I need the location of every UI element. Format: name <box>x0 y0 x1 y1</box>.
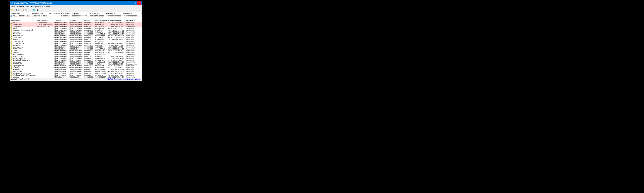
save-icon[interactable]: 💾 <box>14 8 17 12</box>
toolbar: 📁 💾 🔄 📋 🔍 📄 🌐 ⚙ <box>10 8 142 12</box>
driver-file-icon <box>10 29 12 31</box>
driver-file-icon <box>10 42 12 44</box>
props-icon[interactable]: 📋 <box>21 8 24 12</box>
find-icon[interactable]: 🔍 <box>25 8 28 12</box>
minimize-button[interactable]: ─ <box>129 1 133 5</box>
menu-настройки[interactable]: Настройки <box>31 5 40 7</box>
driver-file-icon <box>10 65 12 67</box>
col-header[interactable]: Строка времени <box>108 19 125 22</box>
driver-file-icon <box>10 23 12 25</box>
driver-row[interactable]: ksecdd.sysffff802'6e4d0000ffff802'6e6f80… <box>10 33 142 35</box>
html-icon[interactable]: 🌐 <box>32 8 35 12</box>
driver-file-icon <box>10 48 12 50</box>
driver-file-icon <box>10 37 12 39</box>
driver-file-icon <box>10 50 12 52</box>
options-icon[interactable]: ⚙ <box>36 8 39 12</box>
driver-row[interactable]: WDFLDR.SYSffff802'6e5d0000ffff802'6e5e30… <box>10 55 142 57</box>
driver-row[interactable]: WindowsTrustedRT.sysffff802'6ec10000ffff… <box>10 72 142 74</box>
driver-row[interactable]: SleepStudyHelper.sysffff802'6e59000ffff8… <box>10 59 142 61</box>
col-header[interactable]: Размер <box>83 19 94 22</box>
col-header[interactable]: Файл дампа <box>10 12 31 15</box>
col-header[interactable]: Адрес в стеке <box>36 19 53 22</box>
driver-row[interactable]: WMILIB.SYSffff802'6e9c0000ffff802'6eec40… <box>10 69 142 70</box>
driver-row[interactable]: WindowsTrustedRTProxy.sysffff802'6ec3000… <box>10 74 142 76</box>
col-header[interactable]: Параметр 4 <box>122 12 140 15</box>
driver-row[interactable]: acpiex.sysffff802'6e950000ffff802'6e9750… <box>10 61 142 63</box>
driver-file-icon <box>10 63 12 65</box>
window-title: BlueScreenView - C:\WINDOWS\Minidump <box>14 2 129 4</box>
driver-row[interactable]: PSHED.dllPSHED.dll+1920ffff802'6e580000f… <box>10 25 142 27</box>
driver-row[interactable]: CI.dllffff802'6e7b0000ffff802'6e8960000x… <box>10 50 142 52</box>
col-header[interactable]: Время аварии <box>31 12 48 15</box>
driver-table[interactable]: Имя файлаАдрес в стекеС адресаПо адресРа… <box>10 19 142 78</box>
driver-file-icon <box>10 74 12 76</box>
menu-правка[interactable]: Правка <box>17 5 24 7</box>
dump-row[interactable]: 061119-15406-01.dmp11.06.2019 21:55:330x… <box>10 15 142 17</box>
driver-file-icon <box>10 57 12 59</box>
col-header[interactable]: Параметр 1 <box>72 12 90 15</box>
status-left: Аварий: 1, выбрано: 1 <box>10 78 108 80</box>
driver-row[interactable]: BOOTVID.dllffff802'6e5a0000ffff802'6e5ab… <box>10 40 142 42</box>
driver-file-icon <box>10 40 12 42</box>
driver-row[interactable]: intelpep.sysffff802'6ec5b000ffff802'6ec9… <box>10 70 142 72</box>
col-header[interactable]: Драйвер причины <box>140 12 142 15</box>
col-header[interactable]: Параметр 3 <box>105 12 122 15</box>
driver-row[interactable]: cng.sysffff802'6e870000ffff802'6e9e10000… <box>10 52 142 53</box>
driver-file-icon <box>10 44 12 46</box>
driver-row[interactable]: Wdf01000.sysffff802'6e400000ffff802'6e4c… <box>10 54 142 55</box>
col-header[interactable]: Название пр... <box>125 19 142 22</box>
copy-icon[interactable]: 📄 <box>28 8 32 12</box>
driver-file-icon <box>10 52 12 54</box>
driver-row[interactable]: mcupdate_GenuineIntel.dllffff802'6e41100… <box>10 29 142 31</box>
col-header[interactable]: С адреса <box>53 19 68 22</box>
driver-row[interactable]: werkernel.sysffff802'6e8d0000ffff802'6e8… <box>10 35 142 37</box>
col-header[interactable]: По адрес <box>68 19 83 22</box>
maximize-button[interactable]: ☐ <box>133 1 137 5</box>
driver-file-icon <box>10 67 12 69</box>
titlebar[interactable]: BlueScreenView - C:\WINDOWS\Minidump ─ ☐… <box>10 1 142 5</box>
driver-file-icon <box>10 31 12 33</box>
statusbar: Аварий: 1, выбрано: 1 NirSoft Freeware. … <box>10 78 142 81</box>
nirsoft-link[interactable]: NirSoft Freeware. http://www.nirsoft.net <box>108 78 141 80</box>
driver-file-icon <box>10 61 12 63</box>
dump-list-pane[interactable]: Файл дампаВремя аварииТекст ошибкиКод ош… <box>10 12 142 19</box>
driver-row[interactable]: clipsp.sysffff802'6e800000ffff802'6e9150… <box>10 44 142 46</box>
col-header[interactable]: Текст ошибки <box>48 12 60 15</box>
close-button[interactable]: ✕ <box>137 1 141 5</box>
driver-row[interactable]: ntosext.sysffff802'6e50a000ffff802'6e5cc… <box>10 48 142 50</box>
driver-row[interactable]: tm.sysffff802'6e380000ffff802'6e3070000x… <box>10 39 142 40</box>
status-right: NirSoft Freeware. http://www.nirsoft.net <box>108 78 141 80</box>
driver-row[interactable]: mssecflt.sysffff802'6e9b0000ffff802'6e98… <box>10 63 142 65</box>
driver-list-pane[interactable]: Имя файлаАдрес в стекеС адресаПо адресРа… <box>10 19 142 78</box>
driver-file-icon <box>10 22 12 23</box>
driver-file-icon <box>10 35 12 37</box>
menu-файл[interactable]: Файл <box>10 5 16 7</box>
driver-row[interactable]: hal.dllhal.dll+477e8ffff802'6b556000ffff… <box>10 22 142 23</box>
open-icon[interactable]: 📁 <box>10 8 14 12</box>
driver-row[interactable]: cmimcext.sysffff802'6e3b0000ffff802'6e3b… <box>10 46 142 48</box>
driver-file-icon <box>10 27 12 29</box>
driver-row[interactable]: SgrmAgent.sysffff802'6e9c0000ffff802'6e9… <box>10 65 142 67</box>
col-header[interactable]: Параметр 2 <box>90 12 105 15</box>
col-header[interactable]: Имя файла <box>10 19 36 22</box>
refresh-icon[interactable]: 🔄 <box>18 8 21 12</box>
col-header[interactable]: Метка времени <box>94 19 108 22</box>
driver-file-icon <box>10 25 12 27</box>
driver-row[interactable]: pcw.sysffff802'6ec40000ffff802'6ec550000… <box>10 76 142 78</box>
col-header[interactable]: Код ошибки <box>60 12 71 15</box>
menu-справка[interactable]: Справка <box>42 5 50 7</box>
menubar: ФайлПравкаВидНастройкиСправка <box>10 5 142 8</box>
dump-table[interactable]: Файл дампаВремя аварииТекст ошибкиКод ош… <box>10 12 142 17</box>
driver-file-icon <box>10 69 12 70</box>
driver-row[interactable]: CLFS.SYSffff802'6e310000ffff802'6e378000… <box>10 37 142 38</box>
driver-row[interactable]: ACPI.sysffff802'6ea00000ffff802'6ead1000… <box>10 67 142 68</box>
nirsoft-credit: NirSoft Freeware. http://www.nirsoft.net <box>108 78 141 80</box>
driver-file-icon <box>10 46 12 48</box>
driver-row[interactable]: FLTMGR.SYSffff802'6e710000ffff802'6e7810… <box>10 42 142 44</box>
driver-file-icon <box>10 56 12 57</box>
driver-row[interactable]: WppRecorder.sysffff802'6e960000ffff802'6… <box>10 57 142 59</box>
menu-вид[interactable]: Вид <box>26 5 29 7</box>
driver-row[interactable]: kd.dllffff802'6e200000ffff802'6e20b0000x… <box>10 27 142 29</box>
driver-row[interactable]: msrpc.sysffff802'6e470000ffff802'6e4b000… <box>10 31 142 33</box>
driver-row[interactable]: ntoskrnl.exentoskrnl.exe+45ea40ffff802'6… <box>10 23 142 25</box>
